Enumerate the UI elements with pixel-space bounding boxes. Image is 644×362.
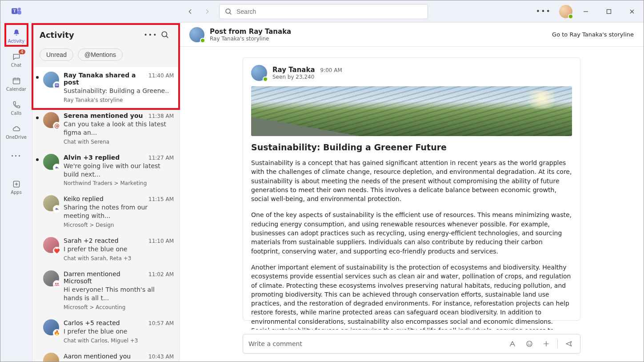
search-icon bbox=[225, 8, 232, 15]
item-time: 11:38 AM bbox=[148, 113, 174, 119]
item-preview: Can you take a look at this latest figma… bbox=[64, 120, 174, 137]
item-avatar: ❤️ bbox=[43, 237, 59, 253]
rail-activity[interactable]: Activity bbox=[3, 24, 30, 47]
divider bbox=[557, 339, 558, 348]
activity-type-icon: @ bbox=[53, 122, 61, 130]
ellipsis-icon: ••• bbox=[11, 151, 22, 161]
activity-item[interactable]: 🔥Carlos +5 reacted10:57 AMI prefer the b… bbox=[32, 315, 179, 348]
window-minimize-button[interactable] bbox=[576, 4, 596, 19]
activity-item[interactable]: ❤️Sarah +2 reacted11:10 AMI prefer the b… bbox=[32, 233, 179, 266]
post-paragraph: Sustainability is a concept that has gai… bbox=[251, 158, 572, 203]
svg-point-2 bbox=[18, 8, 21, 10]
goto-storyline-link[interactable]: Go to Ray Tanaka's storyline bbox=[552, 31, 634, 38]
item-time: 11:02 AM bbox=[148, 271, 174, 278]
rail-chat[interactable]: 4 Chat bbox=[3, 48, 30, 71]
item-title: Ray Tanaka shared a post bbox=[64, 72, 146, 86]
svg-rect-3 bbox=[17, 10, 21, 14]
post-paragraph: One of the key aspects of sustainability… bbox=[251, 210, 572, 255]
format-button[interactable] bbox=[507, 338, 518, 350]
phone-icon bbox=[12, 100, 21, 110]
item-preview: I prefer the blue one bbox=[64, 327, 174, 336]
item-context: Chat with Sarah, Reta +3 bbox=[64, 255, 174, 261]
item-preview: Hi everyone! This month's all hands is a… bbox=[64, 286, 174, 302]
item-context: Microsoft > Design bbox=[64, 222, 174, 228]
item-title: Carlos +5 reacted bbox=[64, 319, 120, 326]
item-title: Darren mentioned Microsoft bbox=[64, 270, 146, 285]
item-title: Sarah +2 reacted bbox=[64, 237, 119, 244]
rail-label: Apps bbox=[11, 190, 22, 195]
add-button[interactable] bbox=[540, 338, 552, 350]
me-avatar[interactable] bbox=[559, 5, 572, 18]
rail-calls[interactable]: Calls bbox=[3, 97, 30, 119]
comment-composer[interactable]: Write a comment bbox=[243, 334, 580, 354]
rail-apps[interactable]: Apps bbox=[3, 176, 30, 198]
app-rail: Activity 4 Chat Calendar Calls OneDriv bbox=[0, 23, 32, 362]
content-subtitle: Ray Tanaka's storyline bbox=[210, 36, 291, 42]
item-time: 11:15 AM bbox=[148, 196, 174, 202]
calendar-icon bbox=[12, 76, 21, 86]
activity-heading: Activity bbox=[40, 30, 144, 40]
item-preview: Sustainability: Building a Greene.. bbox=[64, 87, 174, 95]
svg-point-4 bbox=[226, 9, 230, 13]
item-preview: I prefer the blue one bbox=[64, 245, 174, 253]
item-time: 10:43 AM bbox=[148, 354, 174, 360]
activity-item[interactable]: Alvin +3 replied11:27 AMWe're going live… bbox=[32, 149, 179, 191]
post-title: Sustainability: Building a Greener Futur… bbox=[251, 142, 572, 152]
item-title: Serena mentioned you bbox=[64, 112, 143, 119]
emoji-button[interactable] bbox=[524, 338, 535, 350]
svg-line-16 bbox=[166, 36, 168, 37]
activity-type-icon bbox=[53, 205, 61, 213]
svg-text:T: T bbox=[13, 8, 16, 13]
item-time: 11:10 AM bbox=[148, 238, 174, 244]
activity-panel: Activity ••• Unread @Mentions Ray Tanaka… bbox=[32, 23, 180, 362]
activity-item[interactable]: @Serena mentioned you11:38 AMCan you tak… bbox=[32, 108, 179, 149]
activity-more-button[interactable]: ••• bbox=[144, 28, 158, 42]
activity-item[interactable]: Darren mentioned Microsoft11:02 AMHi eve… bbox=[32, 266, 179, 315]
send-button[interactable] bbox=[563, 338, 575, 350]
rail-calendar[interactable]: Calendar bbox=[3, 72, 30, 95]
rail-label: Chat bbox=[11, 63, 21, 68]
forward-button[interactable] bbox=[200, 5, 214, 18]
rail-onedrive[interactable]: OneDrive bbox=[3, 121, 30, 143]
rail-label: Activity bbox=[8, 39, 24, 44]
item-avatar bbox=[43, 195, 59, 211]
filter-unread[interactable]: Unread bbox=[40, 48, 73, 61]
more-button[interactable]: ••• bbox=[532, 7, 556, 16]
post-author-avatar[interactable] bbox=[251, 65, 267, 81]
activity-type-icon: ❤️ bbox=[53, 247, 61, 255]
window-maximize-button[interactable] bbox=[599, 4, 619, 19]
item-avatar bbox=[43, 154, 59, 170]
cloud-icon bbox=[12, 124, 21, 134]
content-area: Post from Ray Tanaka Ray Tanaka's storyl… bbox=[180, 23, 644, 362]
search-field[interactable] bbox=[236, 8, 422, 15]
activity-item[interactable]: Keiko replied11:15 AMSharing the notes f… bbox=[32, 191, 179, 233]
filter-mentions[interactable]: @Mentions bbox=[78, 48, 123, 61]
bell-icon bbox=[12, 28, 21, 38]
svg-rect-7 bbox=[607, 9, 611, 13]
search-input[interactable] bbox=[219, 4, 428, 19]
author-avatar[interactable] bbox=[189, 27, 204, 42]
window-close-button[interactable] bbox=[622, 4, 642, 19]
activity-search-button[interactable] bbox=[158, 28, 172, 42]
rail-label: Calls bbox=[11, 111, 22, 116]
svg-point-24 bbox=[530, 343, 531, 344]
comment-placeholder: Write a comment bbox=[248, 340, 501, 347]
presence-available-icon bbox=[200, 38, 205, 43]
activity-item[interactable]: @Aaron mentioned you10:43 AMCan you take… bbox=[32, 348, 179, 362]
svg-rect-19 bbox=[56, 85, 58, 86]
back-button[interactable] bbox=[184, 5, 197, 18]
item-title: Keiko replied bbox=[64, 195, 104, 202]
rail-label: OneDrive bbox=[6, 135, 27, 140]
unread-dot-icon bbox=[36, 117, 39, 119]
svg-point-20 bbox=[55, 283, 56, 284]
item-preview: Can you take a look at this latest file … bbox=[64, 361, 174, 362]
content-header: Post from Ray Tanaka Ray Tanaka's storyl… bbox=[180, 23, 644, 47]
post-hero-image bbox=[251, 86, 572, 136]
post-time: 9:00 AM bbox=[320, 67, 342, 73]
chat-badge: 4 bbox=[19, 49, 25, 54]
activity-type-icon: 🔥 bbox=[53, 329, 61, 337]
item-avatar: 🔥 bbox=[43, 319, 59, 335]
activity-item[interactable]: Ray Tanaka shared a post11:40 AMSustaina… bbox=[32, 67, 179, 108]
rail-more[interactable]: ••• bbox=[3, 145, 30, 167]
title-bar: T ••• bbox=[0, 0, 644, 23]
